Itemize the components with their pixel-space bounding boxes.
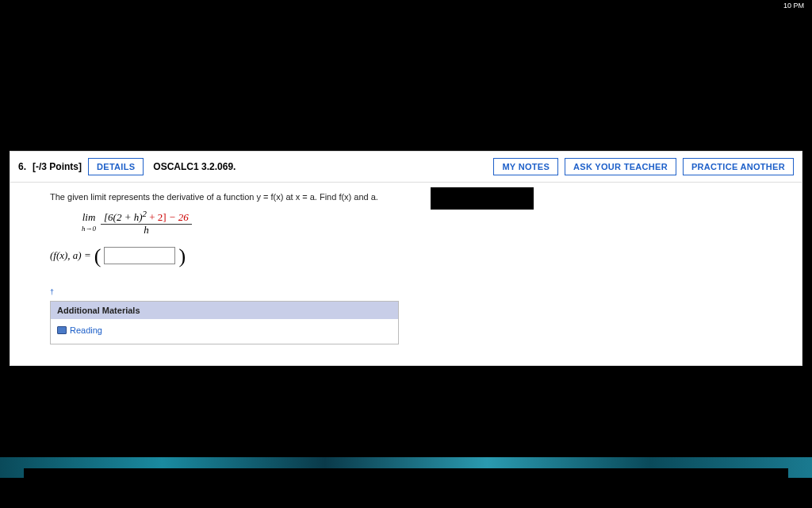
question-points: [-/3 Points]	[33, 161, 82, 172]
redacted-region-top	[0, 11, 812, 138]
footnote-marker: †	[50, 288, 762, 296]
additional-body: Reading	[51, 319, 398, 344]
question-body: The given limit represents the derivativ…	[10, 183, 802, 365]
book-icon	[57, 326, 67, 334]
limit-expression: lim h→0 [6(2 + h)2 + 2] − 26 h	[82, 210, 762, 236]
reading-label: Reading	[70, 325, 102, 335]
redacted-patch	[431, 187, 534, 210]
my-notes-button[interactable]: MY NOTES	[493, 158, 558, 175]
redacted-region-mid	[10, 383, 802, 451]
question-reference: OSCALC1 3.2.069.	[153, 161, 236, 172]
numerator: [6(2 + h)2 + 2] − 26	[101, 210, 192, 225]
question-number: 6.	[18, 161, 26, 172]
details-button[interactable]: DETAILS	[88, 158, 144, 175]
reading-link[interactable]: Reading	[57, 325, 102, 335]
question-prompt: The given limit represents the derivativ…	[50, 192, 762, 202]
answer-label: (f(x), a) =	[50, 249, 91, 262]
system-menubar: 10 PM	[0, 0, 812, 11]
fraction: [6(2 + h)2 + 2] − 26 h	[101, 210, 192, 236]
ask-teacher-button[interactable]: ASK YOUR TEACHER	[565, 158, 676, 175]
question-card: 6. [-/3 Points] DETAILS OSCALC1 3.2.069.…	[10, 151, 802, 366]
lim-symbol: lim h→0	[82, 212, 96, 233]
additional-header: Additional Materials	[51, 302, 398, 319]
redacted-region-bottom	[24, 468, 788, 508]
question-header: 6. [-/3 Points] DETAILS OSCALC1 3.2.069.…	[10, 152, 802, 183]
denominator: h	[140, 225, 152, 236]
answer-row: (f(x), a) = ( )	[50, 247, 762, 264]
clock: 10 PM	[783, 2, 804, 10]
answer-input[interactable]	[104, 247, 175, 264]
additional-materials: Additional Materials Reading	[50, 301, 399, 344]
practice-another-button[interactable]: PRACTICE ANOTHER	[683, 158, 794, 175]
